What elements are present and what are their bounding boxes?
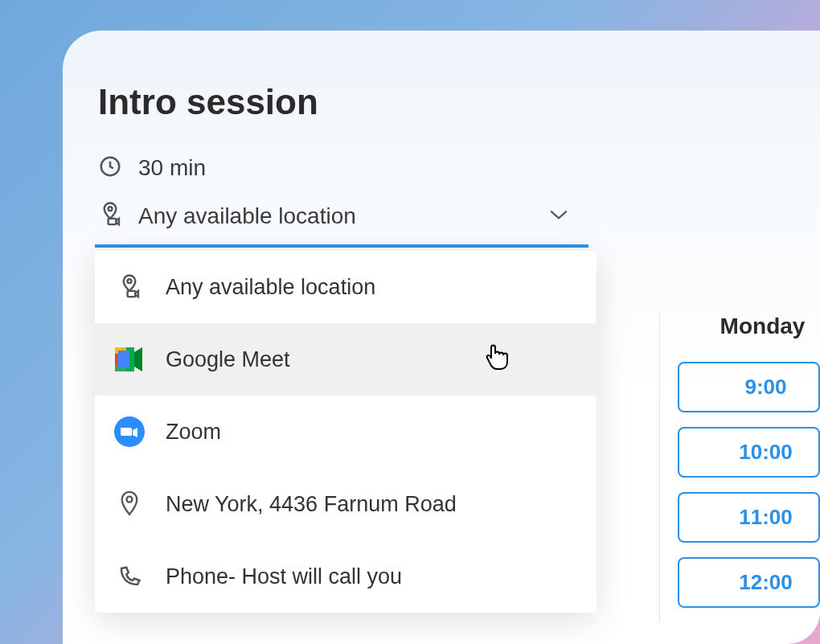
pin-icon [114,489,145,519]
location-camera-icon [114,272,145,302]
location-select[interactable]: Any available location [98,201,592,246]
svg-point-1 [109,207,113,211]
dropdown-item-label: Any available location [166,275,375,300]
chevron-down-icon [548,208,592,224]
dropdown-item-label: New York, 4436 Farnum Road [166,492,457,517]
google-meet-icon [114,344,145,375]
dropdown-item-google-meet[interactable]: Google Meet [95,323,597,396]
booking-card: Intro session 30 min Any available locat… [63,31,820,644]
location-camera-icon [98,201,122,232]
location-dropdown: Any available location Google Meet [95,251,597,613]
timeslot-button[interactable]: 9:00 [678,362,820,412]
dropdown-item-label: Zoom [166,420,221,445]
svg-rect-10 [118,351,129,368]
dropdown-item-label: Phone- Host will call you [166,564,402,589]
phone-icon [114,561,145,592]
duration-text: 30 min [138,155,206,181]
pointer-cursor-icon [484,343,508,371]
duration-row: 30 min [98,154,820,182]
page-title: Intro session [98,82,820,122]
dropdown-item-any[interactable]: Any available location [95,251,597,323]
svg-rect-2 [109,219,117,224]
day-label: Monday [705,314,820,339]
zoom-icon [114,416,145,447]
svg-marker-9 [134,347,142,371]
svg-point-12 [127,497,133,502]
dropdown-item-address[interactable]: New York, 4436 Farnum Road [95,468,597,540]
dropdown-item-zoom[interactable]: Zoom [95,396,597,468]
location-selected-text: Any available location [138,203,532,229]
select-underline [95,244,588,248]
clock-icon [98,154,122,182]
svg-point-3 [128,279,132,283]
timeslot-panel: Monday 9:00 10:00 11:00 12:00 [659,314,820,622]
dropdown-item-phone[interactable]: Phone- Host will call you [95,540,597,613]
location-block: Any available location Any avail [98,201,592,246]
dropdown-item-label: Google Meet [166,347,290,372]
timeslot-button[interactable]: 11:00 [678,492,820,543]
timeslot-button[interactable]: 10:00 [678,427,820,478]
svg-rect-4 [128,291,136,297]
timeslot-button[interactable]: 12:00 [678,557,820,608]
